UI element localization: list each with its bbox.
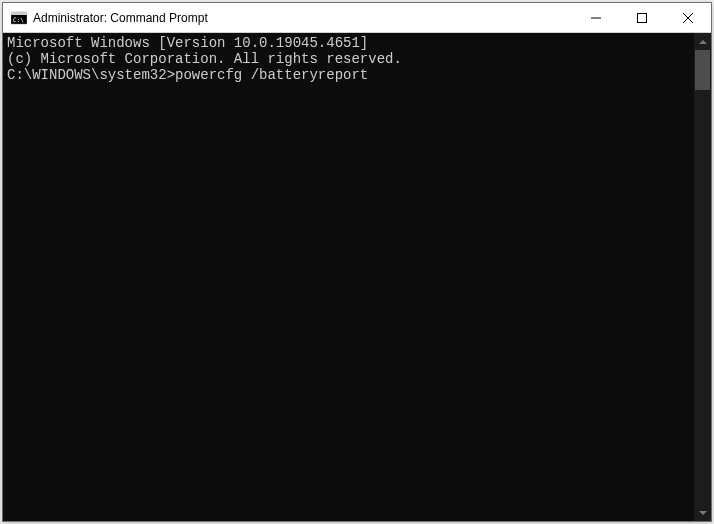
svg-rect-1 xyxy=(11,12,27,15)
maximize-button[interactable] xyxy=(619,3,665,32)
minimize-icon xyxy=(591,13,601,23)
version-line: Microsoft Windows [Version 10.0.19045.46… xyxy=(7,35,690,51)
svg-marker-8 xyxy=(699,511,707,515)
scroll-up-arrow-icon[interactable] xyxy=(694,33,711,50)
svg-text:C:\: C:\ xyxy=(13,16,24,23)
app-icon: C:\ xyxy=(11,10,27,26)
terminal-area: Microsoft Windows [Version 10.0.19045.46… xyxy=(3,33,711,521)
scrollbar[interactable] xyxy=(694,33,711,521)
window-title: Administrator: Command Prompt xyxy=(33,3,573,33)
minimize-button[interactable] xyxy=(573,3,619,32)
command-prompt-window: C:\ Administrator: Command Prompt xyxy=(2,2,712,522)
close-button[interactable] xyxy=(665,3,711,32)
prompt-text: C:\WINDOWS\system32> xyxy=(7,67,175,83)
scrollbar-thumb[interactable] xyxy=(695,50,710,90)
maximize-icon xyxy=(637,13,647,23)
window-controls xyxy=(573,3,711,32)
copyright-line: (c) Microsoft Corporation. All rights re… xyxy=(7,51,690,67)
scroll-down-arrow-icon[interactable] xyxy=(694,504,711,521)
svg-marker-7 xyxy=(699,40,707,44)
svg-rect-4 xyxy=(638,13,647,22)
prompt-line: C:\WINDOWS\system32> xyxy=(7,67,690,83)
titlebar[interactable]: C:\ Administrator: Command Prompt xyxy=(3,3,711,33)
close-icon xyxy=(683,13,693,23)
terminal-content[interactable]: Microsoft Windows [Version 10.0.19045.46… xyxy=(3,33,694,521)
command-input[interactable] xyxy=(175,67,690,83)
